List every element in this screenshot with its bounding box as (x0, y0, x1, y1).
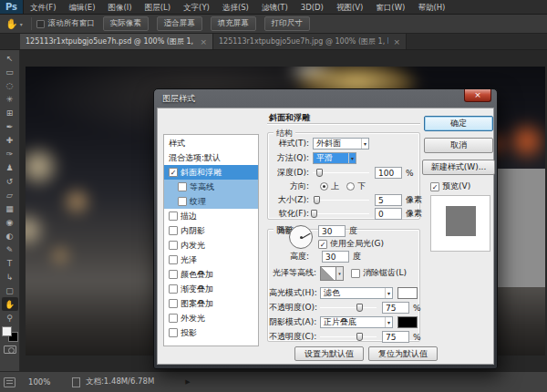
styles-list-item[interactable]: 外发光 (164, 311, 258, 325)
tab-close-icon[interactable]: × (200, 37, 207, 46)
depth-slider-handle[interactable] (316, 169, 323, 177)
preview-checkbox[interactable]: ✓ (430, 182, 439, 191)
style-checkbox[interactable] (169, 328, 178, 337)
depth-slider[interactable] (313, 168, 369, 178)
dodge-tool[interactable]: ◐ (2, 229, 18, 242)
size-slider[interactable] (313, 195, 369, 205)
pen-tool[interactable]: ✎ (2, 242, 18, 256)
highlight-opacity-slider[interactable] (320, 303, 377, 313)
status-menu-arrow-icon[interactable]: ▶ (185, 378, 190, 386)
menu-item[interactable]: 文件(F) (24, 0, 63, 14)
altitude-value-field[interactable]: 30 (322, 251, 349, 263)
style-checkbox[interactable] (169, 211, 178, 221)
eraser-tool[interactable]: ▱ (2, 188, 18, 201)
shadow-color-swatch[interactable] (397, 316, 418, 328)
styles-list-item[interactable]: 渐变叠加 (164, 282, 258, 296)
styles-list-item[interactable]: 图案叠加 (164, 296, 258, 311)
options-button[interactable]: 打印尺寸 (264, 16, 310, 31)
highlight-opacity-field[interactable]: 75 (382, 302, 409, 314)
reset-default-button[interactable]: 复位为默认值 (368, 346, 438, 361)
highlight-color-swatch[interactable] (397, 287, 418, 299)
brush-tool[interactable]: ✑ (2, 147, 18, 160)
menu-item[interactable]: 文字(Y) (177, 0, 216, 14)
styles-list-item[interactable]: 光泽 (164, 253, 258, 267)
tab-close-icon[interactable]: × (393, 37, 400, 46)
styles-list-item[interactable]: 内发光 (164, 238, 258, 253)
direction-up-radio[interactable] (320, 182, 328, 191)
tool-preset-caret-icon[interactable]: ▾ (20, 21, 23, 27)
styles-list-item[interactable]: 描边 (164, 209, 258, 223)
menu-item[interactable]: 选择(S) (216, 0, 255, 14)
options-button[interactable]: 填充屏幕 (211, 16, 256, 31)
zoom-level-field[interactable]: 100% (28, 377, 59, 387)
style-checkbox[interactable] (169, 226, 178, 235)
styles-list-item[interactable]: 样式 (164, 136, 258, 150)
soften-slider-handle[interactable] (311, 210, 317, 218)
scroll-all-windows-checkbox[interactable] (36, 20, 45, 28)
style-checkbox[interactable] (169, 270, 178, 279)
panel-icon[interactable] (4, 377, 15, 387)
menu-item[interactable]: 编辑(E) (63, 0, 102, 14)
technique-dropdown[interactable]: 平滑 ▾ (313, 152, 356, 164)
direction-down-radio[interactable] (346, 182, 355, 191)
style-checkbox[interactable]: ✓ (169, 168, 178, 177)
document-tab[interactable]: 125113r1xtpubgjo5ue7h.psd @ 100% (图层 1, … (20, 34, 213, 49)
menu-item[interactable]: 窗口(W) (369, 0, 411, 14)
shadow-opacity-field[interactable]: 75 (382, 331, 409, 343)
menu-item[interactable]: 帮助(H) (411, 0, 451, 14)
styles-list-item[interactable]: 内阴影 (164, 223, 258, 238)
healing-brush-tool[interactable]: ✚ (2, 133, 18, 147)
angle-dial[interactable] (289, 225, 313, 249)
history-brush-tool[interactable]: ↺ (2, 174, 18, 188)
style-checkbox[interactable] (169, 314, 178, 323)
foreground-color-swatch[interactable] (2, 326, 12, 336)
angle-value-field[interactable]: 30 (318, 225, 346, 237)
chevron-down-icon[interactable]: ▾ (336, 266, 344, 281)
use-global-light-checkbox[interactable]: ✓ (318, 240, 327, 249)
soften-value-field[interactable]: 0 (375, 208, 402, 220)
shadow-opacity-slider[interactable] (320, 332, 377, 342)
style-checkbox[interactable] (169, 241, 178, 250)
anti-aliased-checkbox[interactable] (351, 269, 360, 278)
menu-item[interactable]: 图像(I) (102, 0, 139, 14)
menu-item[interactable]: 视图(V) (330, 0, 369, 14)
move-tool[interactable]: ↖ (2, 51, 18, 65)
options-button[interactable]: 实际像素 (103, 16, 149, 31)
style-checkbox[interactable] (169, 284, 178, 294)
gradient-tool[interactable]: ▦ (2, 201, 18, 215)
hand-tool[interactable]: ✋ (2, 297, 18, 311)
quick-mask-icon[interactable] (4, 346, 16, 354)
menu-item[interactable]: 滤镜(T) (255, 0, 294, 14)
shape-tool[interactable]: ▢ (2, 284, 18, 297)
size-slider-handle[interactable] (314, 196, 320, 204)
path-selection-tool[interactable]: ↳ (2, 270, 18, 284)
styles-list-item[interactable]: 等高线 (164, 180, 258, 194)
styles-list-item[interactable]: 混合选项:默认 (164, 150, 258, 165)
styles-list-item[interactable]: 投影 (164, 325, 258, 340)
style-checkbox[interactable] (169, 299, 178, 308)
cancel-button[interactable]: 取消 (424, 138, 493, 153)
gloss-contour-thumbnail[interactable] (320, 266, 336, 281)
menu-item[interactable]: 3D(D) (294, 0, 330, 14)
style-checkbox[interactable] (178, 182, 187, 191)
marquee-tool[interactable]: ▭ (2, 65, 18, 78)
shadow-mode-dropdown[interactable]: 正片叠底 ▾ (320, 316, 393, 328)
dialog-titlebar[interactable]: 图层样式 × (157, 89, 494, 108)
quick-selection-tool[interactable]: ✳ (2, 92, 18, 106)
make-default-button[interactable]: 设置为默认值 (294, 346, 364, 361)
styles-list-item[interactable]: 纹理 (164, 194, 258, 209)
crop-tool[interactable]: ⊞ (2, 106, 18, 119)
style-checkbox[interactable] (178, 197, 187, 206)
lasso-tool[interactable]: ◌ (2, 78, 18, 92)
eyedropper-tool[interactable]: ✒ (2, 119, 18, 133)
options-button[interactable]: 适合屏幕 (157, 16, 202, 31)
menu-item[interactable]: 图层(L) (139, 0, 177, 14)
highlight-mode-dropdown[interactable]: 滤色 ▾ (320, 287, 393, 299)
clone-stamp-tool[interactable]: ♟ (2, 160, 18, 174)
style-checkbox[interactable] (169, 255, 178, 264)
ok-button[interactable]: 确定 (424, 116, 493, 131)
zoom-tool[interactable]: ⚲ (2, 311, 18, 325)
document-tab[interactable]: 125113r1xtpubgjo5ue7h.jpg @ 100% (图层 1, … (213, 34, 407, 49)
blur-tool[interactable]: ◉ (2, 215, 18, 229)
styles-list-item[interactable]: ✓斜面和浮雕 (164, 165, 258, 180)
